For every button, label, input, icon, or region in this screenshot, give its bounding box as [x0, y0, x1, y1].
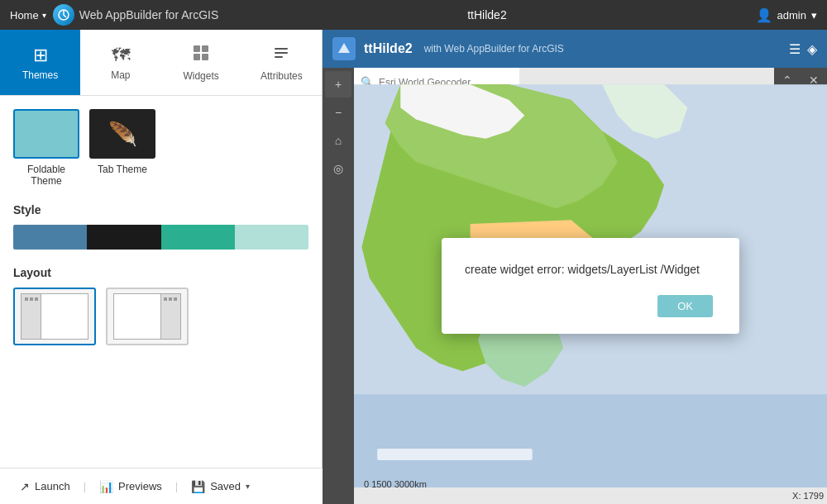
svg-marker-8: [338, 43, 350, 53]
dialog-actions: OK: [465, 295, 713, 317]
saved-button[interactable]: 💾 Saved ▾: [184, 477, 256, 497]
svg-rect-1: [194, 45, 200, 52]
zoom-out-button[interactable]: −: [325, 99, 351, 126]
map-area: ttHilde2 with Web AppBuilder for ArcGIS …: [323, 30, 827, 504]
svg-rect-17: [377, 449, 533, 460]
layout-grid: [13, 288, 308, 345]
locate-button[interactable]: ◎: [325, 155, 351, 182]
themes-icon: ⊞: [33, 45, 48, 66]
style-title: Style: [13, 203, 308, 216]
app-header-subtitle: with Web AppBuilder for ArcGIS: [424, 43, 564, 55]
svg-rect-2: [202, 45, 208, 52]
feather-icon: 🪶: [108, 121, 137, 148]
svg-rect-5: [275, 48, 288, 50]
center-title: ttHilde2: [218, 8, 755, 21]
tab-map[interactable]: 🗺 Map: [80, 30, 160, 95]
layout-preview-2: [113, 293, 181, 340]
previews-icon: 📊: [99, 480, 113, 493]
home-menu[interactable]: Home ▾: [10, 9, 46, 21]
divider-2: |: [175, 480, 178, 492]
theme-grid: ✓ FoldableTheme 🪶 Tab Theme: [13, 109, 308, 187]
home-label: Home: [10, 9, 39, 21]
tab-widgets[interactable]: Widgets: [161, 30, 241, 95]
saved-label: Saved: [210, 480, 241, 492]
layout-item-1[interactable]: [13, 288, 96, 345]
left-panel: ⊞ Themes 🗺 Map Widgets Attributes ✓: [0, 30, 323, 504]
color-swatch-4[interactable]: [235, 225, 308, 250]
layout-section: Layout: [13, 266, 308, 345]
app-header-title: ttHilde2: [364, 41, 413, 56]
svg-rect-7: [275, 56, 283, 58]
theme-item-foldable[interactable]: ✓ FoldableTheme: [13, 109, 79, 187]
coordinates: X: 1799: [792, 491, 824, 501]
foldable-label: FoldableTheme: [27, 164, 65, 187]
color-swatch-3[interactable]: [161, 225, 235, 250]
color-swatch-1[interactable]: [13, 225, 87, 250]
color-swatch-2[interactable]: [87, 225, 160, 250]
app-title: Web AppBuilder for ArcGIS: [79, 8, 219, 21]
launch-button[interactable]: ↗ Launch: [13, 477, 77, 497]
svg-rect-4: [202, 54, 208, 60]
previews-button[interactable]: 📊 Previews: [93, 477, 169, 497]
nav-tabs: ⊞ Themes 🗺 Map Widgets Attributes: [0, 30, 322, 96]
app-logo: Web AppBuilder for ArcGIS: [53, 4, 219, 26]
user-arrow: ▾: [811, 9, 817, 21]
tab-themes[interactable]: ⊞ Themes: [0, 30, 80, 95]
dots-sim: [25, 297, 38, 301]
sidebar-sim: [22, 294, 41, 339]
map-toolbar: + − ⌂ ◎: [323, 68, 354, 504]
layout-item-2[interactable]: [106, 288, 189, 345]
app-header-controls: ☰ ◈: [789, 41, 817, 57]
map-icon: 🗺: [112, 45, 130, 66]
svg-rect-16: [354, 394, 827, 487]
svg-rect-6: [275, 52, 288, 54]
app-header-logo: [332, 37, 356, 60]
sidebar-right-sim: [160, 294, 180, 339]
previews-label: Previews: [118, 480, 162, 492]
saved-dropdown-arrow: ▾: [246, 482, 250, 491]
bottom-bar: ↗ Launch | 📊 Previews | 💾 Saved ▾: [0, 468, 323, 504]
home-extent-button[interactable]: ⌂: [325, 127, 351, 154]
user-area[interactable]: 👤 admin ▾: [756, 7, 817, 23]
logo-icon: [53, 4, 74, 26]
top-bar: Home ▾ Web AppBuilder for ArcGIS ttHilde…: [0, 0, 827, 30]
app-header: ttHilde2 with Web AppBuilder for ArcGIS …: [323, 30, 827, 68]
color-strip[interactable]: [13, 225, 308, 250]
dialog-ok-button[interactable]: OK: [657, 295, 713, 317]
tab-themes-label: Themes: [22, 69, 58, 81]
theme-item-tab[interactable]: 🪶 Tab Theme: [89, 109, 155, 187]
divider-1: |: [84, 480, 86, 492]
user-icon: 👤: [756, 7, 772, 23]
dots-sim-2: [164, 297, 177, 301]
layout-preview-1: [21, 293, 88, 340]
layers-icon[interactable]: ◈: [807, 41, 817, 57]
tab-thumb: 🪶: [89, 109, 155, 159]
dialog-message: create widget error: widgets/LayerList /…: [465, 261, 713, 278]
scale-bar: 0 1500 3000km: [364, 479, 427, 489]
home-arrow: ▾: [42, 11, 46, 20]
menu-lines-icon[interactable]: ☰: [789, 41, 801, 57]
foldable-thumb: ✓: [13, 109, 79, 159]
widgets-icon: [192, 44, 210, 67]
style-section: Style: [13, 203, 308, 250]
theme-content: ✓ FoldableTheme 🪶 Tab Theme Style: [0, 96, 322, 504]
launch-label: Launch: [35, 480, 70, 492]
tab-attributes-label: Attributes: [261, 70, 303, 82]
attributes-icon: [272, 44, 290, 67]
check-icon: ✓: [37, 121, 56, 148]
tab-label: Tab Theme: [98, 164, 147, 175]
layout-title: Layout: [13, 266, 308, 279]
error-dialog: create widget error: widgets/LayerList /…: [442, 238, 739, 334]
svg-rect-3: [194, 54, 200, 60]
launch-icon: ↗: [20, 480, 30, 493]
tab-map-label: Map: [111, 69, 130, 81]
tab-attributes[interactable]: Attributes: [241, 30, 322, 95]
zoom-in-button[interactable]: +: [325, 71, 351, 97]
tab-widgets-label: Widgets: [183, 70, 218, 82]
user-label: admin: [777, 9, 806, 21]
saved-icon: 💾: [191, 480, 205, 493]
